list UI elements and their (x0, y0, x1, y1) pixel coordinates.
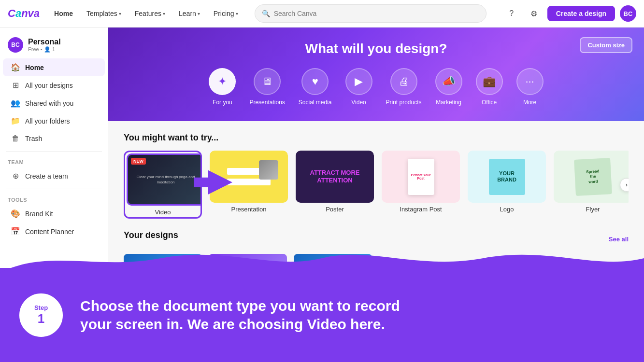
category-presentations[interactable]: 🖥 Presentations (249, 68, 285, 106)
card-logo[interactable]: YOURBRAND Logo (468, 151, 546, 219)
category-video[interactable]: ▶ Video (345, 68, 372, 106)
pricing-chevron-icon: ▾ (236, 11, 238, 16)
card-video-label: Video (127, 209, 199, 216)
card-poster-thumb: ATTRACT MORE ATTENTION (296, 151, 374, 203)
trash-icon: 🗑 (11, 134, 20, 143)
settings-button[interactable]: ⚙ (525, 5, 543, 22)
card-logo-thumb: YOURBRAND (468, 151, 546, 203)
step-text: Choose the document type you want to rec… (80, 297, 625, 333)
search-icon: 🔍 (262, 10, 270, 17)
sidebar-item-content-planner[interactable]: 📅 Content Planner (3, 223, 105, 240)
new-badge: NEW (131, 158, 146, 165)
sidebar-divider-1 (6, 151, 102, 152)
help-button[interactable]: ? (503, 5, 520, 22)
card-instagram[interactable]: Perfect Your Post Instagram Post (382, 151, 460, 219)
category-more[interactable]: ··· More (516, 68, 544, 106)
wave-svg (0, 244, 644, 273)
category-for-you[interactable]: ✦ For you (209, 68, 236, 106)
card-instagram-label: Instagram Post (382, 206, 460, 213)
cards-container: NEW Clear your mind through yoga and med… (124, 151, 629, 219)
card-poster[interactable]: ATTRACT MORE ATTENTION Poster (296, 151, 374, 219)
card-presentation-label: Presentation (210, 206, 288, 213)
hero-banner: What will you design? Custom size ✦ For … (108, 28, 644, 121)
card-flyer[interactable]: Spreadtheword Flyer (554, 151, 629, 219)
sidebar-tools-label: Tools (0, 193, 108, 205)
card-poster-label: Poster (296, 206, 374, 213)
try-section-title: You might want to try... (124, 133, 629, 143)
sidebar-item-folders[interactable]: 📁 All your folders (3, 112, 105, 130)
all-designs-icon: ⊞ (11, 81, 20, 90)
sidebar-item-all-designs[interactable]: ⊞ All your designs (3, 76, 105, 94)
card-flyer-thumb: Spreadtheword (554, 151, 629, 203)
templates-chevron-icon: ▾ (119, 11, 121, 16)
search-input[interactable] (274, 10, 479, 17)
nav-home[interactable]: Home (49, 7, 78, 20)
bottom-overlay: Step 1 Choose the document type you want… (0, 268, 644, 362)
your-designs-title: Your designs (124, 230, 178, 240)
sidebar-item-shared[interactable]: 👥 Shared with you (3, 94, 105, 112)
sidebar-item-trash[interactable]: 🗑 Trash (3, 130, 105, 147)
nav-templates[interactable]: Templates ▾ (82, 7, 126, 20)
see-all-link[interactable]: See all (609, 236, 629, 243)
canva-logo[interactable]: Canva (8, 7, 40, 20)
custom-size-button[interactable]: Custom size (580, 37, 632, 53)
sidebar-item-create-team[interactable]: ⊕ Create a team (3, 167, 105, 185)
sidebar-user-plan: Free • 👤 1 (28, 46, 61, 53)
nav-learn[interactable]: Learn ▾ (174, 7, 205, 20)
card-video-thumb: NEW Clear your mind through yoga and med… (127, 153, 202, 206)
step-number: 1 (38, 311, 44, 326)
shared-icon: 👥 (11, 98, 20, 108)
user-avatar[interactable]: BC (620, 5, 636, 22)
brand-kit-icon: 🎨 (11, 209, 20, 218)
sidebar-user-name: Personal (28, 38, 61, 46)
create-team-icon: ⊕ (11, 171, 20, 181)
template-cards-row: NEW Clear your mind through yoga and med… (124, 151, 629, 219)
step-circle: Step 1 (19, 293, 63, 337)
sidebar-user-avatar: BC (8, 37, 23, 53)
content-planner-icon: 📅 (11, 227, 20, 236)
nav-right-actions: ? ⚙ Create a design BC (503, 5, 636, 22)
category-social-media[interactable]: ♥ Social media (299, 68, 332, 106)
sidebar-item-home[interactable]: 🏠 Home (3, 58, 105, 76)
card-video[interactable]: NEW Clear your mind through yoga and med… (124, 151, 202, 219)
hero-title: What will you design? (126, 41, 627, 56)
sidebar-team-label: Team (0, 155, 108, 167)
sidebar-item-brand-kit[interactable]: 🎨 Brand Kit (3, 205, 105, 223)
home-icon: 🏠 (11, 63, 20, 72)
search-bar: 🔍 (255, 4, 487, 23)
features-chevron-icon: ▾ (163, 11, 165, 16)
sidebar-divider-2 (6, 189, 102, 189)
card-presentation-thumb (210, 151, 288, 203)
card-flyer-label: Flyer (554, 206, 629, 213)
card-instagram-thumb: Perfect Your Post (382, 151, 460, 203)
learn-chevron-icon: ▾ (198, 11, 200, 16)
nav-features[interactable]: Features ▾ (130, 7, 170, 20)
step-label: Step (34, 304, 48, 311)
nav-pricing[interactable]: Pricing ▾ (209, 7, 243, 20)
folders-icon: 📁 (11, 116, 20, 125)
sidebar-user-info[interactable]: BC Personal Free • 👤 1 (0, 33, 108, 58)
card-logo-label: Logo (468, 206, 546, 213)
category-print-products[interactable]: 🖨 Print products (386, 68, 422, 106)
create-design-button[interactable]: Create a design (547, 6, 615, 21)
category-marketing[interactable]: 📣 Marketing (435, 68, 462, 106)
card-presentation[interactable]: Presentation (210, 151, 288, 219)
category-icons: ✦ For you 🖥 Presentations ♥ Social media… (126, 68, 627, 106)
category-office[interactable]: 💼 Office (476, 68, 503, 106)
top-navigation: Canva Home Templates ▾ Features ▾ Learn … (0, 0, 644, 28)
